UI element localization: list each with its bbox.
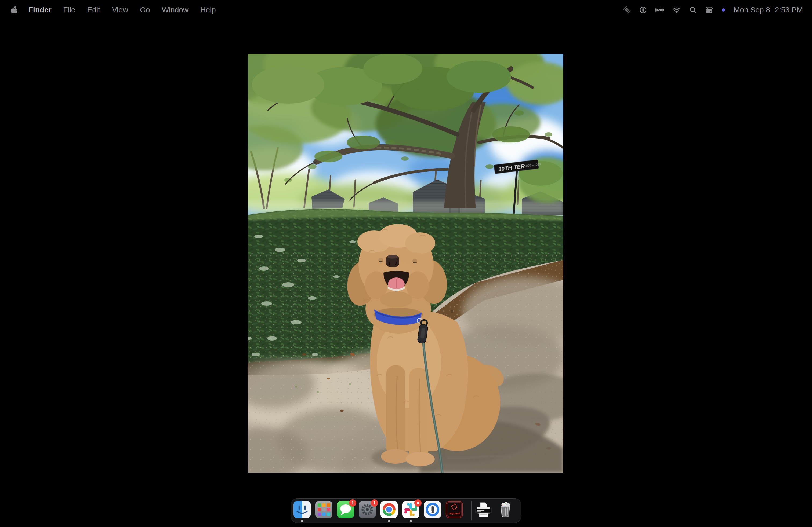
control-center-icon[interactable] [705,6,713,14]
menu-item-file[interactable]: File [57,6,81,14]
apple-menu[interactable] [10,5,19,15]
printer-icon [475,501,492,518]
dock-messages[interactable]: 1 [337,501,354,518]
menu-item-finder[interactable]: Finder [23,6,57,14]
dock-trash-full[interactable] [497,501,514,518]
menu-bar-clock[interactable]: Mon Sep 8 2:53 PM [734,6,803,14]
dock: 1 1 [291,498,521,523]
menu-item-view[interactable]: View [106,6,134,14]
dock-launchpad[interactable] [315,501,332,518]
battery-charging-icon[interactable] [655,5,664,15]
dock-system-settings[interactable]: 1 [359,501,376,518]
menu-item-go[interactable]: Go [134,6,156,14]
dock-chrome[interactable] [380,501,398,518]
finder-icon [293,501,311,518]
dock-raycast[interactable]: raycast [446,501,463,518]
1password-menu-icon[interactable] [639,6,647,14]
focus-status-dot[interactable] [721,8,726,12]
settings-badge: 1 [371,499,378,507]
apple-logo-icon [10,5,19,15]
dock-slack[interactable] [402,501,419,518]
raycast-label: raycast [449,512,460,515]
clock-time: 2:53 PM [775,6,803,14]
slack-running-indicator [410,520,412,522]
dock-finder[interactable] [293,501,311,518]
dock-1password[interactable] [424,501,441,518]
dock-separator [471,501,472,520]
finder-running-indicator [301,520,303,522]
trash-full-icon [497,501,514,518]
spotlight-search-icon[interactable] [689,6,697,14]
1password-icon [424,501,441,518]
desktop: Finder File Edit View Go Window Help [0,0,812,527]
messages-badge: 1 [349,499,356,507]
clock-date: Mon Sep 8 [734,6,770,14]
menu-bar: Finder File Edit View Go Window Help [0,0,812,20]
screen-capture-menu-icon[interactable] [623,6,631,14]
menu-bar-status: Mon Sep 8 2:53 PM [623,5,812,15]
chrome-running-indicator [388,520,390,522]
menu-item-edit[interactable]: Edit [81,6,106,14]
chrome-icon [380,501,398,518]
menu-item-help[interactable]: Help [194,6,222,14]
dock-printer[interactable] [475,501,492,518]
raycast-icon: raycast [446,501,463,518]
slack-badge [414,499,422,507]
photo-preview-dog-on-path: 10TH TER 1000 – 1099 [248,54,563,473]
launchpad-icon [315,501,332,518]
menu-item-window[interactable]: Window [156,6,194,14]
wifi-icon[interactable] [672,6,681,14]
menu-bar-left: Finder File Edit View Go Window Help [0,5,222,15]
